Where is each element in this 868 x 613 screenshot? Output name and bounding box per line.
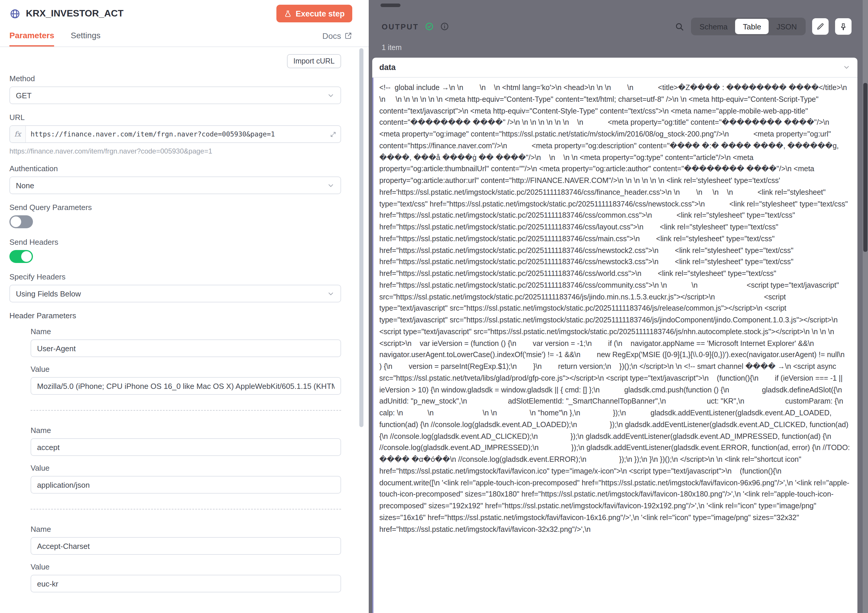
view-mode-table[interactable]: Table bbox=[735, 19, 769, 34]
external-link-icon bbox=[345, 32, 352, 39]
expand-expression-icon[interactable] bbox=[325, 126, 341, 142]
search-icon[interactable] bbox=[674, 22, 684, 31]
pin-icon bbox=[839, 22, 848, 31]
url-input[interactable] bbox=[26, 126, 325, 142]
flask-icon bbox=[284, 10, 291, 17]
toggle-knob bbox=[11, 216, 21, 227]
method-label: Method bbox=[9, 74, 341, 83]
info-icon[interactable] bbox=[440, 22, 449, 31]
header-parameter-name-field: Name bbox=[31, 327, 341, 357]
specify-headers-select[interactable]: Using Fields Below bbox=[9, 285, 341, 303]
chevron-down-icon bbox=[327, 92, 335, 99]
header-name-input[interactable] bbox=[31, 537, 341, 555]
header-parameter-name-field: Name bbox=[31, 426, 341, 456]
method-value: GET bbox=[16, 91, 31, 100]
specify-headers-label: Specify Headers bbox=[9, 272, 341, 281]
chevron-down-icon bbox=[327, 290, 335, 297]
url-label: URL bbox=[9, 113, 341, 122]
execute-step-button[interactable]: Execute step bbox=[276, 5, 352, 22]
output-items-count: 1 item bbox=[382, 43, 868, 52]
authentication-field: Authentication None bbox=[9, 164, 341, 194]
value-label: Value bbox=[31, 365, 341, 374]
view-mode-json[interactable]: JSON bbox=[769, 19, 804, 34]
chevron-down-icon bbox=[327, 182, 335, 189]
node-header: KRX_INVESTOR_ACT Execute step bbox=[0, 0, 369, 25]
output-table: data <!-- global include →\n \n \n \n <h… bbox=[372, 57, 857, 613]
output-scrollbar[interactable] bbox=[863, 83, 867, 252]
value-label: Value bbox=[31, 562, 341, 571]
toggle-knob bbox=[21, 251, 32, 262]
execute-step-label: Execute step bbox=[296, 9, 345, 18]
view-mode-switcher: Schema Table JSON bbox=[691, 18, 806, 35]
tab-parameters[interactable]: Parameters bbox=[9, 25, 54, 47]
url-field: URL fx https://finance.naver.com/item/fr… bbox=[9, 113, 341, 155]
output-title: OUTPUT bbox=[382, 22, 419, 31]
horizontal-scrollbar[interactable] bbox=[380, 3, 400, 7]
header-parameter-value-field: Value bbox=[31, 562, 341, 593]
header-parameter-value-field: Value bbox=[31, 464, 341, 494]
send-headers-toggle[interactable] bbox=[9, 250, 33, 263]
output-table-cell[interactable]: <!-- global include →\n \n \n \n <html l… bbox=[372, 78, 857, 613]
node-parameters-panel: KRX_INVESTOR_ACT Execute step Parameters… bbox=[0, 0, 369, 613]
pencil-icon bbox=[816, 22, 825, 31]
send-query-toggle[interactable] bbox=[9, 215, 33, 228]
value-label: Value bbox=[31, 464, 341, 472]
import-curl-button[interactable]: Import cURL bbox=[287, 54, 341, 68]
output-panel: OUTPUT bbox=[369, 0, 868, 613]
view-mode-schema[interactable]: Schema bbox=[692, 19, 735, 34]
header-name-input[interactable] bbox=[31, 340, 341, 357]
header-parameter-name-field: Name bbox=[31, 525, 341, 555]
header-parameter-value-field: Value bbox=[31, 365, 341, 395]
parameters-form: Import cURL Method GET URL fx bbox=[0, 47, 369, 613]
response-html-text: <!-- global include →\n \n \n \n <html l… bbox=[379, 82, 850, 535]
header-value-input[interactable] bbox=[31, 476, 341, 494]
name-label: Name bbox=[31, 525, 341, 534]
method-select[interactable]: GET bbox=[9, 87, 341, 104]
expression-fx-toggle[interactable]: fx bbox=[10, 126, 26, 142]
pin-data-button[interactable] bbox=[835, 18, 851, 35]
header-parameters-label: Header Parameters bbox=[9, 311, 341, 320]
send-headers-field: Send Headers bbox=[9, 237, 341, 263]
specify-headers-value: Using Fields Below bbox=[16, 289, 81, 298]
globe-icon bbox=[9, 8, 20, 19]
parameters-scrollbar[interactable] bbox=[359, 48, 363, 427]
url-resolved-hint: https://finance.naver.com/item/frgn.nave… bbox=[9, 147, 341, 155]
header-value-input[interactable] bbox=[31, 377, 341, 395]
output-header: OUTPUT bbox=[382, 18, 851, 35]
authentication-value: None bbox=[16, 181, 34, 190]
collapse-column-icon[interactable] bbox=[843, 64, 850, 71]
node-title: KRX_INVESTOR_ACT bbox=[26, 8, 124, 19]
specify-headers-field: Specify Headers Using Fields Below bbox=[9, 272, 341, 303]
divider bbox=[31, 509, 341, 509]
method-field: Method GET bbox=[9, 74, 341, 104]
authentication-label: Authentication bbox=[9, 164, 341, 173]
name-label: Name bbox=[31, 426, 341, 435]
divider bbox=[31, 410, 341, 411]
edit-output-button[interactable] bbox=[812, 18, 829, 35]
header-value-input[interactable] bbox=[31, 575, 341, 593]
header-parameters-list: Name Value Name Value bbox=[9, 327, 341, 593]
header-name-input[interactable] bbox=[31, 438, 341, 456]
docs-link[interactable]: Docs bbox=[322, 25, 352, 47]
authentication-select[interactable]: None bbox=[9, 177, 341, 194]
app-window: KRX_INVESTOR_ACT Execute step Parameters… bbox=[0, 0, 868, 613]
docs-label: Docs bbox=[322, 31, 341, 40]
send-query-label: Send Query Parameters bbox=[9, 203, 341, 212]
node-tabs: Parameters Settings Docs bbox=[0, 25, 369, 47]
column-header-data: data bbox=[379, 63, 396, 72]
output-table-header: data bbox=[372, 57, 857, 78]
success-icon bbox=[425, 22, 434, 31]
send-query-field: Send Query Parameters bbox=[9, 203, 341, 228]
tab-settings[interactable]: Settings bbox=[71, 25, 101, 47]
send-headers-label: Send Headers bbox=[9, 237, 341, 247]
name-label: Name bbox=[31, 327, 341, 336]
